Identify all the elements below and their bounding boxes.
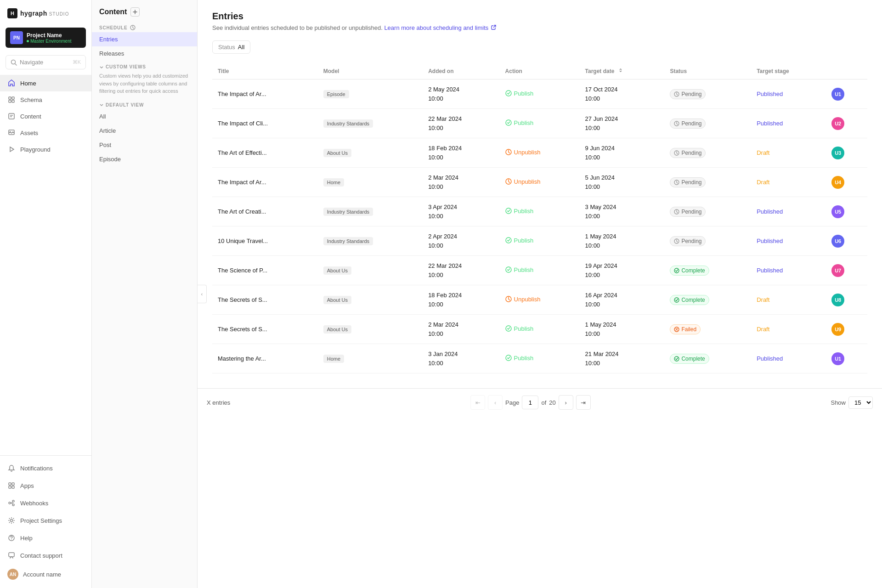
nav-notifications[interactable]: Notifications <box>0 459 91 477</box>
sidebar-link-all[interactable]: All <box>92 109 197 124</box>
stage-badge: Draft <box>757 326 769 333</box>
sidebar-link-entries[interactable]: Entries <box>92 32 197 46</box>
nav-item-home[interactable]: Home <box>0 75 91 91</box>
page-number-input[interactable] <box>522 396 538 409</box>
cell-action[interactable]: Publish <box>500 197 580 226</box>
cell-avatar: U6 <box>826 226 867 256</box>
sidebar-link-post[interactable]: Post <box>92 138 197 152</box>
cell-action[interactable]: Publish <box>500 315 580 344</box>
cell-action[interactable]: Unpublish <box>500 285 580 315</box>
publish-icon <box>505 208 512 214</box>
action-button[interactable]: Publish <box>505 266 534 273</box>
action-button[interactable]: Unpublish <box>505 149 541 156</box>
action-button[interactable]: Publish <box>505 119 534 126</box>
svg-rect-12 <box>9 486 11 488</box>
custom-views-header[interactable]: CUSTOM VIEWS <box>99 64 190 69</box>
nav-item-playground[interactable]: Playground <box>0 141 91 158</box>
cell-target-date: 5 Jun 202410:00 <box>580 168 665 197</box>
sidebar-link-article[interactable]: Article <box>92 124 197 138</box>
action-button[interactable]: Publish <box>505 355 534 362</box>
nav-webhooks[interactable]: Webhooks <box>0 494 91 512</box>
table-row[interactable]: The Impact of Ar... Episode 2 May 202410… <box>212 79 867 109</box>
next-page-button[interactable]: › <box>559 395 573 410</box>
clock-status-icon <box>674 180 679 185</box>
cell-model: Home <box>318 344 423 373</box>
assets-icon <box>7 129 16 137</box>
project-selector[interactable]: PN Project Name Master Environment <box>6 28 86 48</box>
prev-page-button[interactable]: ‹ <box>488 395 503 410</box>
first-page-button[interactable]: ⇤ <box>470 395 485 410</box>
cell-title: The Art of Creati... <box>212 197 318 226</box>
cell-action[interactable]: Unpublish <box>500 138 580 168</box>
learn-more-link[interactable]: Learn more about scheduling and limits <box>384 24 496 31</box>
table-row[interactable]: The Secrets of S... About Us 18 Feb 2024… <box>212 285 867 315</box>
svg-rect-2 <box>12 97 14 99</box>
action-button[interactable]: Publish <box>505 237 534 244</box>
default-view-header[interactable]: DEFAULT VIEW <box>92 99 197 109</box>
action-button[interactable]: Publish <box>505 208 534 215</box>
stage-badge: Draft <box>757 179 769 186</box>
cell-model: Industry Standards <box>318 226 423 256</box>
nav-apps[interactable]: Apps <box>0 477 91 494</box>
cell-avatar: U1 <box>826 79 867 109</box>
main-nav: Home Schema Content <box>0 73 91 455</box>
cell-action[interactable]: Publish <box>500 344 580 373</box>
cell-action[interactable]: Publish <box>500 109 580 138</box>
action-button[interactable]: Publish <box>505 325 534 332</box>
stage-badge: Published <box>757 355 783 362</box>
cell-target-stage: Draft <box>751 285 826 315</box>
cell-added-on: 2 May 202410:00 <box>423 79 499 109</box>
collapse-sidebar-button[interactable]: ‹ <box>198 285 207 303</box>
cell-action[interactable]: Unpublish <box>500 168 580 197</box>
col-avatar-spacer <box>826 63 867 79</box>
table-row[interactable]: The Impact of Cli... Industry Standards … <box>212 109 867 138</box>
table-row[interactable]: Mastering the Ar... Home 3 Jan 202410:00… <box>212 344 867 373</box>
account-item[interactable]: AN Account name <box>0 564 91 584</box>
table-row[interactable]: The Science of P... About Us 22 Mar 2024… <box>212 256 867 285</box>
sidebar-link-episode[interactable]: Episode <box>92 152 197 166</box>
nav-project-settings[interactable]: Project Settings <box>0 512 91 529</box>
nav-label-apps: Apps <box>20 482 34 489</box>
nav-item-assets[interactable]: Assets <box>0 124 91 141</box>
table-row[interactable]: The Impact of Ar... Home 2 Mar 202410:00… <box>212 168 867 197</box>
cell-action[interactable]: Publish <box>500 256 580 285</box>
custom-views-section: CUSTOM VIEWS Custom views help you add c… <box>92 61 197 99</box>
cell-target-stage: Published <box>751 256 826 285</box>
table-row[interactable]: The Art of Effecti... About Us 18 Feb 20… <box>212 138 867 168</box>
nav-label-webhooks: Webhooks <box>20 500 48 507</box>
svg-point-37 <box>674 298 679 302</box>
cell-action[interactable]: Publish <box>500 79 580 109</box>
status-filter-button[interactable]: Status All <box>212 40 250 54</box>
navigate-search[interactable]: Navigate ⌘K <box>6 55 86 69</box>
page-info: Page of 20 <box>505 396 556 409</box>
action-button[interactable]: Unpublish <box>505 296 541 303</box>
table-row[interactable]: 10 Unique Travel... Industry Standards 2… <box>212 226 867 256</box>
status-badge: Pending <box>670 177 706 187</box>
show-per-page-select[interactable]: 15 25 50 <box>848 396 873 409</box>
cell-status: Pending <box>664 226 751 256</box>
nav-item-schema[interactable]: Schema <box>0 91 91 108</box>
account-avatar: AN <box>7 569 18 580</box>
help-icon <box>7 534 16 542</box>
unpublish-icon <box>505 296 512 302</box>
action-button[interactable]: Publish <box>505 90 534 97</box>
nav-label-assets: Assets <box>20 130 38 136</box>
nav-help[interactable]: Help <box>0 529 91 547</box>
col-added-on: Added on <box>423 63 499 79</box>
custom-views-desc: Custom views help you add customized vie… <box>99 72 190 95</box>
clock-status-icon <box>674 150 679 156</box>
nav-contact-support[interactable]: Contact support <box>0 547 91 564</box>
sidebar-link-releases[interactable]: Releases <box>92 46 197 61</box>
user-avatar: U2 <box>831 117 844 130</box>
publish-icon <box>505 325 512 332</box>
add-content-icon[interactable] <box>130 7 140 17</box>
last-page-button[interactable]: ⇥ <box>576 395 591 410</box>
cell-action[interactable]: Publish <box>500 226 580 256</box>
col-target-date[interactable]: Target date <box>580 63 665 79</box>
table-row[interactable]: The Secrets of S... About Us 2 Mar 20241… <box>212 315 867 344</box>
action-button[interactable]: Unpublish <box>505 178 541 185</box>
unpublish-icon <box>505 178 512 185</box>
table-row[interactable]: The Art of Creati... Industry Standards … <box>212 197 867 226</box>
nav-item-content[interactable]: Content <box>0 108 91 124</box>
failed-status-icon <box>674 327 679 332</box>
